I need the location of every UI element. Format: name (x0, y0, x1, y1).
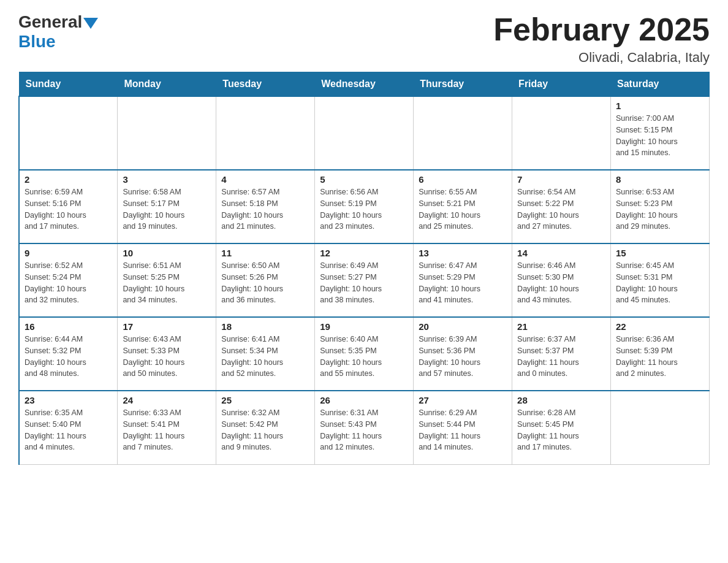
day-number: 23 (25, 395, 112, 405)
table-row: 9Sunrise: 6:52 AM Sunset: 5:24 PM Daylig… (19, 243, 118, 317)
day-number: 24 (123, 395, 211, 405)
day-info: Sunrise: 6:39 AM Sunset: 5:36 PM Dayligh… (419, 334, 507, 380)
day-info: Sunrise: 6:50 AM Sunset: 5:26 PM Dayligh… (221, 260, 309, 306)
col-header-saturday: Saturday (611, 72, 710, 97)
day-info: Sunrise: 6:37 AM Sunset: 5:37 PM Dayligh… (517, 334, 605, 380)
table-row: 16Sunrise: 6:44 AM Sunset: 5:32 PM Dayli… (19, 317, 118, 391)
day-info: Sunrise: 6:54 AM Sunset: 5:22 PM Dayligh… (517, 186, 605, 232)
table-row: 22Sunrise: 6:36 AM Sunset: 5:39 PM Dayli… (611, 317, 710, 391)
day-info: Sunrise: 6:57 AM Sunset: 5:18 PM Dayligh… (221, 186, 309, 232)
calendar-week-row: 1Sunrise: 7:00 AM Sunset: 5:15 PM Daylig… (19, 96, 710, 170)
day-number: 15 (616, 248, 704, 258)
table-row (118, 96, 216, 170)
day-info: Sunrise: 6:52 AM Sunset: 5:24 PM Dayligh… (25, 260, 112, 306)
day-info: Sunrise: 6:28 AM Sunset: 5:45 PM Dayligh… (517, 407, 605, 453)
table-row: 2Sunrise: 6:59 AM Sunset: 5:16 PM Daylig… (19, 170, 118, 243)
day-number: 5 (320, 174, 408, 185)
day-info: Sunrise: 6:55 AM Sunset: 5:21 PM Dayligh… (419, 186, 507, 232)
logo-triangle-icon (83, 18, 98, 29)
table-row: 24Sunrise: 6:33 AM Sunset: 5:41 PM Dayli… (118, 391, 216, 464)
day-number: 16 (25, 321, 112, 332)
day-number: 6 (419, 174, 507, 185)
day-info: Sunrise: 6:40 AM Sunset: 5:35 PM Dayligh… (320, 334, 408, 380)
logo: General Blue (18, 12, 98, 52)
day-number: 13 (419, 248, 507, 258)
day-number: 20 (419, 321, 507, 332)
col-header-monday: Monday (118, 72, 216, 97)
day-info: Sunrise: 6:43 AM Sunset: 5:33 PM Dayligh… (123, 334, 211, 380)
table-row: 17Sunrise: 6:43 AM Sunset: 5:33 PM Dayli… (118, 317, 216, 391)
day-info: Sunrise: 6:33 AM Sunset: 5:41 PM Dayligh… (123, 407, 211, 453)
day-info: Sunrise: 6:53 AM Sunset: 5:23 PM Dayligh… (616, 186, 704, 232)
logo-general-text: General (18, 12, 82, 32)
day-number: 28 (517, 395, 605, 405)
day-number: 7 (517, 174, 605, 185)
day-number: 12 (320, 248, 408, 258)
day-number: 21 (517, 321, 605, 332)
day-number: 8 (616, 174, 704, 185)
table-row: 20Sunrise: 6:39 AM Sunset: 5:36 PM Dayli… (414, 317, 512, 391)
title-section: February 2025 Olivadi, Calabria, Italy (493, 12, 710, 66)
page-header: General Blue February 2025 Olivadi, Cala… (18, 12, 710, 66)
table-row: 5Sunrise: 6:56 AM Sunset: 5:19 PM Daylig… (315, 170, 414, 243)
day-info: Sunrise: 6:46 AM Sunset: 5:30 PM Dayligh… (517, 260, 605, 306)
day-info: Sunrise: 6:56 AM Sunset: 5:19 PM Dayligh… (320, 186, 408, 232)
day-info: Sunrise: 6:45 AM Sunset: 5:31 PM Dayligh… (616, 260, 704, 306)
day-number: 2 (25, 174, 112, 185)
table-row (315, 96, 414, 170)
location-title: Olivadi, Calabria, Italy (493, 50, 710, 66)
table-row: 14Sunrise: 6:46 AM Sunset: 5:30 PM Dayli… (512, 243, 611, 317)
month-title: February 2025 (493, 12, 710, 47)
calendar-week-row: 16Sunrise: 6:44 AM Sunset: 5:32 PM Dayli… (19, 317, 710, 391)
table-row (19, 96, 118, 170)
table-row: 19Sunrise: 6:40 AM Sunset: 5:35 PM Dayli… (315, 317, 414, 391)
table-row (611, 391, 710, 464)
col-header-sunday: Sunday (19, 72, 118, 97)
table-row: 8Sunrise: 6:53 AM Sunset: 5:23 PM Daylig… (611, 170, 710, 243)
table-row: 11Sunrise: 6:50 AM Sunset: 5:26 PM Dayli… (216, 243, 315, 317)
table-row: 28Sunrise: 6:28 AM Sunset: 5:45 PM Dayli… (512, 391, 611, 464)
day-number: 26 (320, 395, 408, 405)
day-info: Sunrise: 6:58 AM Sunset: 5:17 PM Dayligh… (123, 186, 211, 232)
col-header-friday: Friday (512, 72, 611, 97)
calendar-week-row: 2Sunrise: 6:59 AM Sunset: 5:16 PM Daylig… (19, 170, 710, 243)
table-row: 3Sunrise: 6:58 AM Sunset: 5:17 PM Daylig… (118, 170, 216, 243)
table-row: 6Sunrise: 6:55 AM Sunset: 5:21 PM Daylig… (414, 170, 512, 243)
table-row: 12Sunrise: 6:49 AM Sunset: 5:27 PM Dayli… (315, 243, 414, 317)
table-row: 1Sunrise: 7:00 AM Sunset: 5:15 PM Daylig… (611, 96, 710, 170)
table-row: 26Sunrise: 6:31 AM Sunset: 5:43 PM Dayli… (315, 391, 414, 464)
table-row: 7Sunrise: 6:54 AM Sunset: 5:22 PM Daylig… (512, 170, 611, 243)
calendar-table: Sunday Monday Tuesday Wednesday Thursday… (18, 72, 710, 465)
calendar-week-row: 9Sunrise: 6:52 AM Sunset: 5:24 PM Daylig… (19, 243, 710, 317)
table-row: 27Sunrise: 6:29 AM Sunset: 5:44 PM Dayli… (414, 391, 512, 464)
day-number: 27 (419, 395, 507, 405)
day-number: 4 (221, 174, 309, 185)
day-number: 11 (221, 248, 309, 258)
day-info: Sunrise: 6:41 AM Sunset: 5:34 PM Dayligh… (221, 334, 309, 380)
day-info: Sunrise: 6:35 AM Sunset: 5:40 PM Dayligh… (25, 407, 112, 453)
table-row: 25Sunrise: 6:32 AM Sunset: 5:42 PM Dayli… (216, 391, 315, 464)
col-header-tuesday: Tuesday (216, 72, 315, 97)
logo-blue-text: Blue (18, 32, 98, 52)
table-row (414, 96, 512, 170)
col-header-wednesday: Wednesday (315, 72, 414, 97)
calendar-week-row: 23Sunrise: 6:35 AM Sunset: 5:40 PM Dayli… (19, 391, 710, 464)
day-info: Sunrise: 6:59 AM Sunset: 5:16 PM Dayligh… (25, 186, 112, 232)
table-row: 18Sunrise: 6:41 AM Sunset: 5:34 PM Dayli… (216, 317, 315, 391)
day-info: Sunrise: 6:47 AM Sunset: 5:29 PM Dayligh… (419, 260, 507, 306)
day-info: Sunrise: 7:00 AM Sunset: 5:15 PM Dayligh… (616, 113, 704, 159)
day-info: Sunrise: 6:36 AM Sunset: 5:39 PM Dayligh… (616, 334, 704, 380)
table-row: 10Sunrise: 6:51 AM Sunset: 5:25 PM Dayli… (118, 243, 216, 317)
table-row (512, 96, 611, 170)
day-number: 22 (616, 321, 704, 332)
day-number: 3 (123, 174, 211, 185)
table-row (216, 96, 315, 170)
table-row: 4Sunrise: 6:57 AM Sunset: 5:18 PM Daylig… (216, 170, 315, 243)
day-info: Sunrise: 6:44 AM Sunset: 5:32 PM Dayligh… (25, 334, 112, 380)
day-number: 25 (221, 395, 309, 405)
day-number: 14 (517, 248, 605, 258)
day-info: Sunrise: 6:32 AM Sunset: 5:42 PM Dayligh… (221, 407, 309, 453)
table-row: 23Sunrise: 6:35 AM Sunset: 5:40 PM Dayli… (19, 391, 118, 464)
table-row: 15Sunrise: 6:45 AM Sunset: 5:31 PM Dayli… (611, 243, 710, 317)
calendar-header-row: Sunday Monday Tuesday Wednesday Thursday… (19, 72, 710, 97)
